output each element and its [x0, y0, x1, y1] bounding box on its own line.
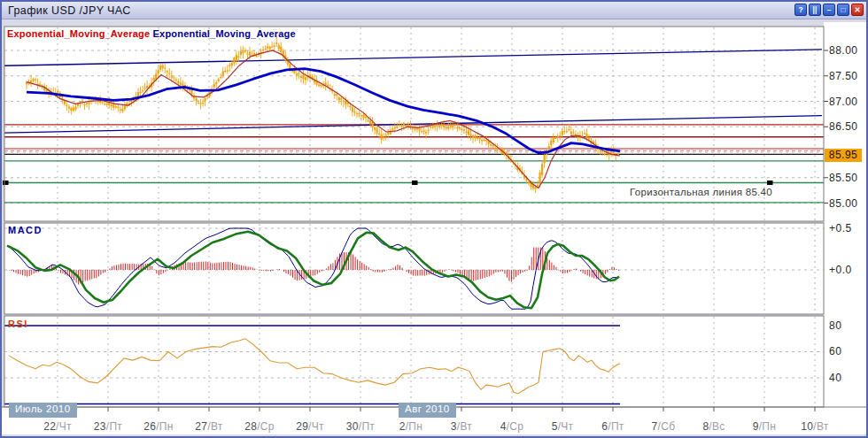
minimize-button[interactable]: – [823, 4, 835, 16]
window-buttons: ? || – □ ✕ [794, 4, 864, 16]
close-button[interactable]: ✕ [851, 4, 864, 16]
chart-window: График USD /JPY ЧАС ? || – □ ✕ Exponenti… [0, 0, 868, 438]
pause-button[interactable]: || [809, 4, 821, 16]
maximize-button[interactable]: □ [837, 4, 849, 16]
window-title: График USD /JPY ЧАС [2, 4, 131, 17]
chart-canvas[interactable] [0, 0, 868, 438]
title-bar[interactable]: График USD /JPY ЧАС ? || – □ ✕ [2, 2, 866, 19]
help-button[interactable]: ? [794, 4, 807, 16]
